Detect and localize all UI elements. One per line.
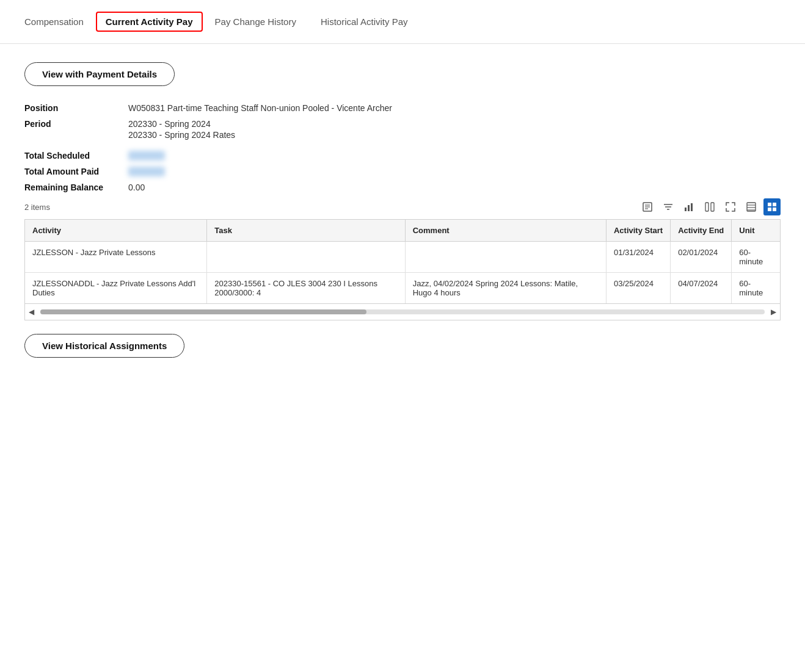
row1-activity: JZLESSON - Jazz Private Lessons [25, 242, 207, 273]
row1-activity-start: 01/31/2024 [606, 242, 670, 273]
table-row: JZLESSON - Jazz Private Lessons 01/31/20… [25, 242, 780, 273]
view-historical-section: View Historical Assignments [24, 334, 781, 375]
col-activity-start: Activity Start [606, 220, 670, 242]
tab-compensation[interactable]: Compensation [12, 2, 96, 42]
svg-rect-19 [773, 208, 776, 211]
remaining-balance-label: Remaining Balance [24, 182, 128, 192]
period-line2: 202330 - Spring 2024 Rates [128, 130, 235, 140]
view-historical-assignments-button[interactable]: View Historical Assignments [24, 334, 184, 358]
row2-unit: 60-minute [732, 273, 780, 304]
horizontal-scrollbar[interactable]: ◀ ▶ [24, 304, 781, 320]
svg-rect-10 [705, 203, 708, 211]
tab-historical-activity-pay[interactable]: Historical Activity Pay [308, 2, 420, 42]
scroll-left-arrow[interactable]: ◀ [25, 306, 38, 317]
scroll-track[interactable] [40, 309, 765, 314]
data-table-wrapper: Activity Task Comment Activity Start Act… [24, 219, 781, 304]
view-payment-details-button[interactable]: View with Payment Details [24, 62, 175, 86]
row1-unit: 60-minute [732, 242, 780, 273]
items-count: 2 items [24, 203, 50, 212]
row2-comment: Jazz, 04/02/2024 Spring 2024 Lessons: Ma… [405, 273, 606, 304]
tab-pay-change-history[interactable]: Pay Change History [203, 2, 308, 42]
table-toolbar: 2 items [24, 198, 781, 215]
total-amount-label: Total Amount Paid [24, 167, 128, 176]
row2-activity: JZLESSONADDL - Jazz Private Lessons Add'… [25, 273, 207, 304]
period-line1: 202330 - Spring 2024 [128, 119, 235, 129]
row2-task: 202330-15561 - CO JLES 3004 230 I Lesson… [207, 273, 405, 304]
position-value: W050831 Part-time Teaching Staff Non-uni… [128, 103, 392, 113]
position-label: Position [24, 103, 128, 113]
tabs-bar: Compensation Current Activity Pay Pay Ch… [0, 0, 805, 44]
period-values: 202330 - Spring 2024 202330 - Spring 202… [128, 119, 235, 140]
total-scheduled-label: Total Scheduled [24, 151, 128, 161]
position-row: Position W050831 Part-time Teaching Staf… [24, 103, 781, 113]
tab-current-activity-pay[interactable]: Current Activity Pay [96, 12, 203, 32]
total-amount-row: Total Amount Paid [24, 167, 781, 176]
col-unit: Unit [732, 220, 780, 242]
grid-view-icon[interactable] [763, 198, 781, 215]
row1-task [207, 242, 405, 273]
main-content: View with Payment Details Position W0508… [0, 44, 805, 393]
period-row: Period 202330 - Spring 2024 202330 - Spr… [24, 119, 781, 140]
table-header-row: Activity Task Comment Activity Start Act… [25, 220, 780, 242]
list-view-icon[interactable] [743, 198, 760, 215]
total-amount-value [128, 167, 165, 176]
filter-icon[interactable] [660, 198, 677, 215]
row1-comment [405, 242, 606, 273]
table-section: 2 items [24, 198, 781, 320]
row2-activity-start: 03/25/2024 [606, 273, 670, 304]
total-scheduled-row: Total Scheduled [24, 151, 781, 161]
column-chooser-icon[interactable] [701, 198, 718, 215]
expand-icon[interactable] [722, 198, 739, 215]
col-task: Task [207, 220, 405, 242]
svg-rect-11 [711, 203, 714, 211]
export-icon[interactable] [639, 198, 656, 215]
scroll-thumb[interactable] [40, 309, 366, 314]
svg-rect-8 [688, 205, 690, 211]
row2-activity-end: 04/07/2024 [671, 273, 732, 304]
svg-rect-18 [768, 208, 771, 211]
svg-rect-16 [768, 203, 771, 206]
data-table: Activity Task Comment Activity Start Act… [25, 220, 780, 303]
col-comment: Comment [405, 220, 606, 242]
remaining-balance-row: Remaining Balance 0.00 [24, 182, 781, 192]
chart-icon[interactable] [680, 198, 698, 215]
svg-rect-7 [685, 208, 687, 211]
scroll-right-arrow[interactable]: ▶ [767, 306, 780, 317]
period-label: Period [24, 119, 128, 129]
row1-activity-end: 02/01/2024 [671, 242, 732, 273]
info-section: Position W050831 Part-time Teaching Staf… [24, 103, 781, 140]
col-activity: Activity [25, 220, 207, 242]
total-scheduled-value [128, 151, 165, 161]
svg-rect-17 [773, 203, 776, 206]
summary-section: Total Scheduled Total Amount Paid Remain… [24, 151, 781, 192]
toolbar-icons [639, 198, 781, 215]
table-row: JZLESSONADDL - Jazz Private Lessons Add'… [25, 273, 780, 304]
svg-rect-9 [691, 203, 693, 211]
col-activity-end: Activity End [671, 220, 732, 242]
remaining-balance-value: 0.00 [128, 182, 145, 192]
